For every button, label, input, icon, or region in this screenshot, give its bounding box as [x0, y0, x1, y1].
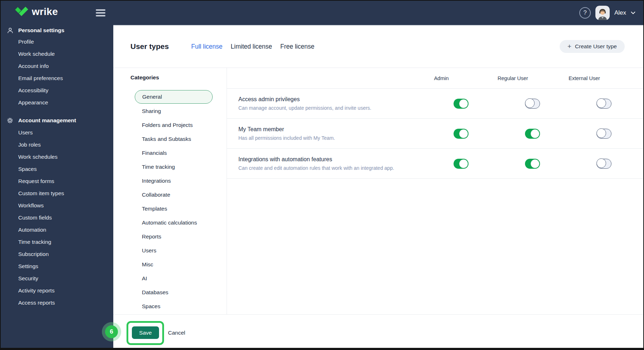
permission-title: My Team member [238, 126, 425, 133]
sidebar-item-account-info[interactable]: Account info [1, 60, 113, 72]
sidebar-section-label: Account management [18, 117, 76, 124]
toggle-regular-user[interactable] [525, 129, 540, 139]
category-item-users[interactable]: Users [113, 243, 227, 257]
column-header-regular-user: Regular User [477, 75, 549, 81]
sidebar-item-appearance[interactable]: Appearance [1, 97, 113, 109]
annotation-step-badge: 6 [105, 325, 118, 338]
toggle-admin[interactable] [454, 159, 469, 169]
license-tabs: Full license Limited license Free licens… [191, 43, 314, 50]
user-name[interactable]: Alex [614, 9, 626, 16]
sidebar-item-access-reports[interactable]: Access reports [1, 297, 113, 309]
category-item-databases[interactable]: Databases [113, 285, 227, 299]
permissions-table-header: Admin Regular User External User [227, 68, 643, 89]
category-item-general[interactable]: General [135, 90, 213, 104]
create-user-type-button[interactable]: + Create User type [560, 40, 625, 53]
categories-list: General Sharing Folders and Projects Tas… [113, 90, 227, 313]
wrike-wordmark: wrike [32, 6, 58, 18]
sidebar-item-time-tracking[interactable]: Time tracking [1, 236, 113, 248]
content: Categories General Sharing Folders and P… [113, 68, 643, 314]
sidebar-section-personal-settings[interactable]: Personal settings [1, 25, 113, 36]
toggle-regular-user[interactable] [525, 159, 540, 169]
category-item-misc[interactable]: Misc [113, 257, 227, 271]
sidebar-item-users[interactable]: Users [1, 127, 113, 139]
permission-description: Can create and edit automation rules tha… [238, 165, 425, 171]
category-item-spaces[interactable]: Spaces [113, 299, 227, 313]
tab-full-license[interactable]: Full license [191, 43, 223, 50]
category-item-ai[interactable]: AI [113, 271, 227, 285]
topbar-right: ? Alex [579, 1, 635, 25]
category-item-tasks-and-subtasks[interactable]: Tasks and Subtasks [113, 132, 227, 146]
table-row: Integrations with automation features Ca… [227, 149, 643, 179]
sidebar-item-automation[interactable]: Automation [1, 224, 113, 236]
create-user-type-label: Create User type [575, 43, 617, 50]
footer-bar: Save Cancel [113, 314, 643, 348]
sidebar-item-spaces[interactable]: Spaces [1, 163, 113, 175]
tab-limited-license[interactable]: Limited license [231, 43, 272, 50]
sidebar-item-job-roles[interactable]: Job roles [1, 139, 113, 151]
permission-description: Has all permissions included with My Tea… [238, 135, 425, 141]
plus-icon: + [568, 43, 571, 50]
avatar[interactable] [595, 6, 610, 20]
sidebar-item-accessibility[interactable]: Accessibility [1, 84, 113, 97]
toggle-admin[interactable] [454, 129, 469, 139]
categories-panel: Categories General Sharing Folders and P… [113, 68, 227, 314]
category-item-collaborate[interactable]: Collaborate [113, 188, 227, 202]
sidebar-item-profile[interactable]: Profile [1, 36, 113, 48]
sidebar-item-email-preferences[interactable]: Email preferences [1, 72, 113, 84]
sidebar-item-custom-fields[interactable]: Custom fields [1, 212, 113, 224]
permissions-table: Admin Regular User External User Access … [227, 68, 643, 314]
toggle-external-user[interactable] [596, 99, 611, 109]
permission-title: Access admin privileges [238, 96, 425, 103]
column-header-admin: Admin [406, 75, 477, 81]
app-window: wrike ? Alex [0, 0, 644, 350]
main-content: User types Full license Limited license … [113, 25, 643, 348]
sidebar-item-request-forms[interactable]: Request forms [1, 175, 113, 187]
sidebar-item-security[interactable]: Security [1, 272, 113, 285]
toggle-admin[interactable] [454, 99, 469, 109]
toggle-external-user[interactable] [596, 159, 611, 169]
table-row: My Team member Has all permissions inclu… [227, 119, 643, 149]
main-header: User types Full license Limited license … [113, 26, 643, 68]
category-item-reports[interactable]: Reports [113, 230, 227, 243]
permission-label: Access admin privileges Can manage accou… [227, 96, 425, 111]
category-item-financials[interactable]: Financials [113, 146, 227, 160]
sidebar-item-workflows[interactable]: Workflows [1, 199, 113, 212]
save-button[interactable]: Save [132, 326, 159, 339]
hamburger-menu-icon[interactable] [96, 9, 105, 18]
toggle-regular-user[interactable] [525, 99, 540, 109]
permission-label: My Team member Has all permissions inclu… [227, 126, 425, 141]
categories-heading: Categories [130, 74, 227, 81]
sidebar-item-settings[interactable]: Settings [1, 260, 113, 272]
column-header-external-user: External User [549, 75, 620, 81]
category-item-time-tracking[interactable]: Time tracking [113, 160, 227, 174]
category-item-integrations[interactable]: Integrations [113, 174, 227, 188]
cancel-button[interactable]: Cancel [168, 326, 185, 339]
sidebar-item-work-schedules[interactable]: Work schedules [1, 151, 113, 163]
wrike-checkmark-icon [15, 6, 29, 18]
category-item-folders-and-projects[interactable]: Folders and Projects [113, 118, 227, 132]
sidebar-item-work-schedule[interactable]: Work schedule [1, 48, 113, 60]
gear-icon [6, 117, 14, 124]
permission-description: Can manage account, update permissions, … [238, 105, 425, 111]
category-item-sharing[interactable]: Sharing [113, 104, 227, 118]
sidebar-section-label: Personal settings [18, 27, 64, 34]
wrike-logo[interactable]: wrike [15, 6, 58, 18]
sidebar-item-subscription[interactable]: Subscription [1, 248, 113, 260]
sidebar-item-custom-item-types[interactable]: Custom item types [1, 187, 113, 199]
permission-title: Integrations with automation features [238, 156, 425, 163]
sidebar-section-account-management[interactable]: Account management [1, 114, 113, 127]
toggle-external-user[interactable] [596, 129, 611, 139]
category-item-templates[interactable]: Templates [113, 202, 227, 216]
help-icon[interactable]: ? [579, 7, 591, 19]
sidebar: Personal settings Profile Work schedule … [1, 25, 113, 348]
chevron-down-icon[interactable] [631, 10, 635, 16]
tab-free-license[interactable]: Free license [280, 43, 314, 50]
category-item-automatic-calculations[interactable]: Automatic calculations [113, 216, 227, 230]
table-row: Access admin privileges Can manage accou… [227, 89, 643, 119]
top-bar: wrike ? Alex [1, 1, 643, 25]
permission-label: Integrations with automation features Ca… [227, 156, 425, 171]
sidebar-item-activity-reports[interactable]: Activity reports [1, 285, 113, 297]
page-title: User types [130, 42, 169, 51]
person-icon [6, 28, 14, 34]
